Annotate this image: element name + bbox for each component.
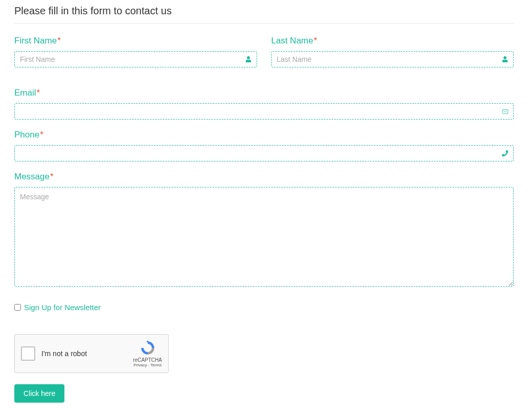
email-label-text: Email (14, 88, 36, 98)
field-email: Email* (14, 88, 514, 120)
newsletter-label[interactable]: Sign Up for Newsletter (24, 303, 101, 312)
first-name-label: First Name* (14, 36, 257, 46)
message-textarea[interactable] (14, 187, 514, 287)
recaptcha-branding: reCAPTCHA Privacy - Terms (133, 340, 162, 367)
required-mark: * (37, 88, 40, 98)
last-name-label: Last Name* (271, 36, 514, 46)
first-name-input[interactable] (14, 51, 257, 67)
recaptcha-widget: I'm not a robot reCAPTCHA Privacy - Term… (14, 334, 169, 373)
recaptcha-checkbox[interactable] (21, 346, 35, 361)
field-phone: Phone* (14, 130, 514, 161)
required-mark: * (40, 130, 43, 139)
message-label-text: Message (14, 172, 50, 181)
svg-marker-1 (146, 341, 149, 342)
first-name-label-text: First Name (14, 36, 57, 45)
newsletter-field: Sign Up for Newsletter (14, 303, 514, 312)
field-last-name: Last Name* (271, 36, 514, 67)
recaptcha-terms-text: Privacy - Terms (133, 363, 162, 367)
recaptcha-label: I'm not a robot (41, 349, 133, 358)
form-title: Please fill in this form to contact us (14, 5, 514, 24)
envelope-icon (501, 108, 509, 115)
last-name-input[interactable] (271, 51, 514, 67)
newsletter-checkbox[interactable] (14, 304, 21, 311)
submit-button[interactable]: Click here (14, 384, 64, 403)
last-name-label-text: Last Name (271, 36, 313, 45)
required-mark: * (50, 172, 54, 181)
required-mark: * (57, 36, 61, 45)
email-input[interactable] (14, 103, 514, 120)
field-first-name: First Name* (14, 36, 257, 67)
phone-label-text: Phone (14, 130, 39, 139)
recaptcha-brand-text: reCAPTCHA (133, 357, 162, 363)
email-label: Email* (14, 88, 514, 98)
phone-icon (501, 150, 509, 157)
message-label: Message* (14, 172, 514, 182)
required-mark: * (314, 36, 317, 45)
user-icon (245, 56, 252, 63)
user-icon (501, 56, 509, 63)
phone-label: Phone* (14, 130, 514, 140)
field-message: Message* (14, 172, 514, 289)
phone-input[interactable] (14, 145, 514, 161)
recaptcha-icon (140, 340, 156, 356)
